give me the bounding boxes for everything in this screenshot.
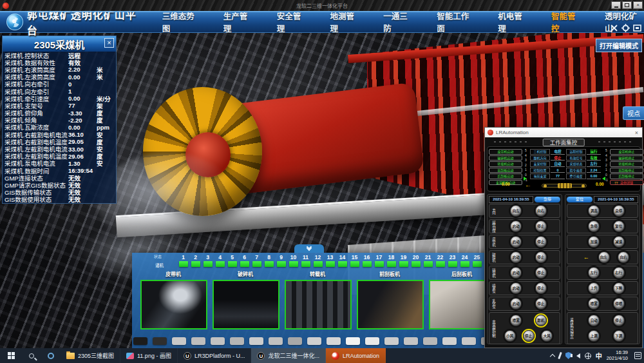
camera-feed[interactable] <box>140 280 207 329</box>
round-control-button[interactable]: 急停 <box>588 221 600 232</box>
channel-status-indicator[interactable] <box>363 261 372 267</box>
camera-feed[interactable] <box>357 280 424 329</box>
round-control-button[interactable]: 停止 <box>535 251 547 263</box>
filmstrip-frame[interactable] <box>384 337 399 345</box>
channel-status-indicator[interactable] <box>387 261 396 267</box>
equipment-stop-button[interactable]: 破碎机停止 <box>610 155 643 161</box>
equipment-start-button[interactable]: 破碎机启动 <box>489 155 522 161</box>
round-control-button[interactable]: 左行 <box>588 267 600 279</box>
open-edit-mode-button[interactable]: 打开编辑模式 <box>596 39 642 52</box>
round-control-button[interactable]: 下降 <box>613 282 625 294</box>
pen-icon[interactable] <box>558 352 562 359</box>
round-control-button[interactable]: 启动 <box>510 267 522 279</box>
channel-status-indicator[interactable] <box>277 261 286 267</box>
minimize-button[interactable] <box>611 1 621 9</box>
filmstrip-frame[interactable] <box>288 337 302 345</box>
round-control-button[interactable]: 停止 <box>523 330 535 342</box>
channel-status-indicator[interactable] <box>252 261 261 267</box>
round-control-button[interactable]: 停止 <box>535 236 547 248</box>
collapse-cameras-tab[interactable] <box>294 244 324 253</box>
round-control-button[interactable]: 减速 <box>613 236 625 248</box>
round-control-button[interactable]: 启动 <box>510 282 522 294</box>
round-control-button[interactable]: 启动 <box>510 298 522 309</box>
channel-status-indicator[interactable] <box>228 261 237 267</box>
equipment-start-button[interactable]: 前刮板启动 <box>489 168 522 173</box>
equipment-stop-button[interactable]: 前刮板停止 <box>610 168 643 173</box>
filmstrip-frame[interactable] <box>365 337 379 345</box>
network-icon[interactable] <box>585 353 591 359</box>
filmstrip-frame[interactable] <box>191 337 205 345</box>
round-control-button[interactable]: 停喷 <box>613 298 625 309</box>
channel-status-indicator[interactable] <box>326 261 335 267</box>
close-button[interactable]: × <box>633 1 643 9</box>
close-icon[interactable]: × <box>104 38 114 48</box>
ime-indicator[interactable]: 中 <box>596 351 602 360</box>
round-control-button[interactable]: 喷雾 <box>510 315 522 326</box>
channel-status-indicator[interactable] <box>350 261 359 267</box>
filmstrip-frame[interactable] <box>249 337 263 345</box>
channel-status-indicator[interactable] <box>289 261 298 267</box>
round-control-button[interactable]: 喷雾 <box>588 298 600 309</box>
channel-status-indicator[interactable] <box>473 261 482 267</box>
nav-item[interactable]: 三维态势图 <box>162 10 202 34</box>
notification-center-icon[interactable] <box>634 352 641 359</box>
equipment-start-button[interactable]: 后刮板启动 <box>489 173 522 179</box>
round-control-button[interactable]: 启动 <box>510 221 522 232</box>
channel-status-indicator[interactable] <box>399 261 408 267</box>
estop-pill-button[interactable]: 急停 <box>535 197 560 202</box>
filmstrip-frame[interactable] <box>133 337 147 345</box>
taskbar-task[interactable]: U龙软二三维一体化... <box>251 348 326 363</box>
taskbar-task[interactable]: ULR3DPlatform - U... <box>178 348 252 363</box>
round-control-button[interactable]: 向左 <box>598 251 610 263</box>
equipment-start-button[interactable]: 皮带机启动 <box>489 149 522 155</box>
channel-status-indicator[interactable] <box>216 261 225 267</box>
traction-slider[interactable]: 77 <box>542 184 587 188</box>
round-control-button[interactable]: 复位 <box>613 221 625 232</box>
channel-status-indicator[interactable] <box>412 261 421 267</box>
round-control-button[interactable]: 停止 <box>535 298 547 309</box>
clock[interactable]: 16:39 2021/4/10 <box>607 350 628 361</box>
nav-item[interactable]: 安全管理 <box>277 10 308 34</box>
channel-status-indicator[interactable] <box>204 261 213 267</box>
equipment-stop-button[interactable]: 皮带机停止 <box>610 149 643 155</box>
round-control-button[interactable]: 下调 <box>613 330 625 342</box>
start-button[interactable] <box>0 348 22 363</box>
viewpoint-tab[interactable]: 视点 <box>623 106 644 120</box>
round-control-button[interactable]: 停止 <box>535 267 547 279</box>
nav-item[interactable]: 机电管理 <box>498 10 529 34</box>
tools-icon[interactable] <box>609 23 618 32</box>
round-control-button[interactable]: 停止 <box>613 315 625 326</box>
round-control-button[interactable]: 停止 <box>535 282 547 294</box>
equipment-stop-button[interactable]: 后刮板停止 <box>610 173 643 179</box>
round-control-button[interactable]: 跟机 <box>535 315 547 326</box>
round-control-button[interactable]: 自动 <box>588 315 600 326</box>
round-control-button[interactable]: 启动 <box>510 236 522 248</box>
round-control-button[interactable]: 上调 <box>588 330 600 342</box>
channel-status-indicator[interactable] <box>240 261 249 267</box>
nav-item[interactable]: 生产管理 <box>223 10 255 34</box>
taskbar-task[interactable]: 2305三维截图 <box>61 348 120 363</box>
channel-status-indicator[interactable] <box>314 261 323 267</box>
round-control-button[interactable]: 右行 <box>613 267 625 279</box>
nav-item[interactable]: 智能管控 <box>551 10 583 34</box>
equipment-stop-button[interactable]: 转载机停止 <box>610 161 643 167</box>
filmstrip-frame[interactable] <box>307 337 321 345</box>
channel-status-indicator[interactable] <box>179 261 188 267</box>
filmstrip-frame[interactable] <box>442 337 457 345</box>
filmstrip-frame[interactable] <box>346 337 360 345</box>
nav-item[interactable]: 地测管理 <box>330 10 361 34</box>
channel-status-indicator[interactable] <box>436 261 445 267</box>
round-control-button[interactable]: 停止 <box>535 221 547 232</box>
channel-status-indicator[interactable] <box>338 261 347 267</box>
channel-status-indicator[interactable] <box>265 261 274 267</box>
taskbar-task[interactable]: 11.png - 画图 <box>120 348 178 363</box>
round-control-button[interactable]: 向左 <box>510 205 522 217</box>
filmstrip-frame[interactable] <box>230 337 244 345</box>
round-control-button[interactable]: 向右 <box>535 205 547 217</box>
lrautomation-titlebar[interactable]: LRAutomation × <box>485 128 642 137</box>
channel-status-indicator[interactable] <box>301 261 310 267</box>
filmstrip-frame[interactable] <box>327 337 341 345</box>
round-control-button[interactable]: 调高 <box>588 205 600 217</box>
channel-status-indicator[interactable] <box>191 261 200 267</box>
round-control-button[interactable]: 向右 <box>618 251 629 263</box>
